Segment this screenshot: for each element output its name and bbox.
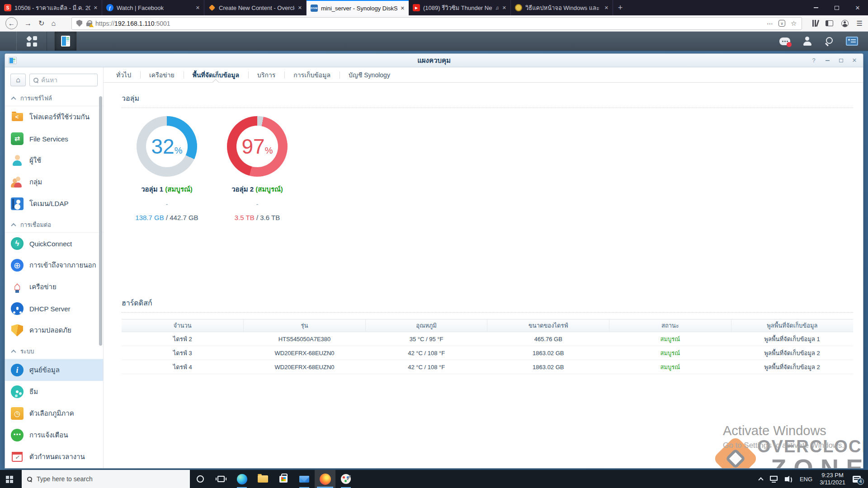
new-tab-button[interactable]: +: [613, 0, 627, 15]
sidebar-item-external-access[interactable]: การเข้าถึงจากภายนอก: [5, 254, 103, 276]
table-row[interactable]: ไดรฟ์ 2 HTS545050A7E380 35 °C / 95 °F 46…: [122, 332, 853, 346]
browser-tab-shopee[interactable]: S 1050ti - ราคาและดีล - มี.ค. 2021 ✕: [0, 0, 102, 15]
paint-button[interactable]: [335, 470, 356, 488]
sidebar-item-group[interactable]: กลุ่ม: [5, 171, 103, 193]
address-bar[interactable]: https://192.168.1.110:5001 ⋯ ∨ ☆: [71, 17, 802, 30]
file-explorer-button[interactable]: [252, 470, 273, 488]
minimize-button[interactable]: [822, 56, 832, 65]
sidebar-item-shared-folder[interactable]: โฟลเดอร์ที่ใช้ร่วมกัน: [5, 106, 103, 128]
sidebar-item-regional-options[interactable]: ตัวเลือกภูมิภาค: [5, 403, 103, 424]
home-button[interactable]: ⌂: [10, 74, 26, 86]
user-menu-icon[interactable]: [802, 37, 812, 46]
volume-used: 3.5 TB: [235, 214, 255, 221]
tab-close-icon[interactable]: ✕: [502, 5, 506, 11]
window-minimize-button[interactable]: [806, 0, 826, 15]
taskbar-search[interactable]: [22, 470, 190, 488]
sidebar-toggle-icon[interactable]: [826, 20, 833, 26]
main-menu-button[interactable]: [16, 32, 47, 51]
sidebar-search[interactable]: [29, 74, 98, 86]
taskbar-clock[interactable]: 9:23 PM 3/11/2021: [820, 472, 845, 487]
start-button[interactable]: [0, 470, 22, 488]
sidebar-item-user[interactable]: ผู้ใช้: [5, 150, 103, 171]
tab-general[interactable]: ทั่วไป: [107, 67, 140, 82]
tab-audio-icon[interactable]: ♫: [495, 5, 499, 10]
sidebar-scrollbar[interactable]: [99, 96, 102, 346]
cortana-button[interactable]: [190, 470, 211, 488]
window-maximize-button[interactable]: [826, 0, 847, 15]
tracking-shield-icon[interactable]: [76, 20, 82, 27]
browser-tab-synology-active[interactable]: DSM mini_server - Synology DiskStat ✕: [307, 0, 409, 15]
tab-synology-account[interactable]: บัญชี Synology: [340, 67, 399, 82]
sidebar-item-security[interactable]: ความปลอดภัย: [5, 319, 103, 341]
section-header-connectivity[interactable]: การเชื่อมต่อ: [5, 217, 103, 233]
notifications-chat-icon[interactable]: [779, 38, 790, 45]
tab-close-icon[interactable]: ✕: [401, 5, 405, 11]
close-button[interactable]: ✕: [849, 56, 859, 65]
tab-close-icon[interactable]: ✕: [196, 5, 200, 11]
volume-2-card[interactable]: 97% วอลุ่ม 2 (สมบูรณ์) - 3.5 TB / 3.6 TB: [212, 116, 302, 221]
forward-icon[interactable]: →: [24, 20, 32, 27]
tab-close-icon[interactable]: ✕: [298, 5, 302, 11]
maximize-button[interactable]: [836, 56, 846, 65]
search-icon[interactable]: [825, 37, 834, 46]
sidebar-item-info-center[interactable]: ศูนย์ข้อมูล: [5, 359, 103, 381]
browser-tab-youtube[interactable]: ▶ (1089) รีวิวซิม Thunder Net ดี ♫ ✕: [409, 0, 511, 15]
tab-services[interactable]: บริการ: [248, 67, 284, 82]
tray-expand-icon[interactable]: [758, 477, 763, 482]
language-indicator[interactable]: ENG: [800, 476, 812, 483]
column-header[interactable]: พูลพื้นที่จัดเก็บข้อมูล: [731, 319, 853, 332]
sidebar-item-task-scheduler[interactable]: ตัวกำหนดเวลางาน: [5, 446, 103, 468]
pocket-icon[interactable]: ∨: [778, 20, 785, 27]
tab-network[interactable]: เครือข่าย: [140, 67, 184, 82]
section-header-file-sharing[interactable]: การแชร์ไฟล์: [5, 91, 103, 106]
firefox-button[interactable]: [315, 470, 335, 488]
home-icon[interactable]: ⌂: [51, 20, 56, 27]
search-input[interactable]: [41, 76, 94, 84]
mail-button[interactable]: [294, 470, 315, 488]
sidebar-item-notifications[interactable]: การแจ้งเตือน: [5, 424, 103, 446]
account-icon[interactable]: [841, 20, 849, 27]
sidebar-item-theme[interactable]: ธีม: [5, 381, 103, 403]
sidebar-item-quickconnect[interactable]: QuickConnect: [5, 233, 103, 254]
bookmark-star-icon[interactable]: ☆: [791, 19, 797, 28]
tab-storage[interactable]: พื้นที่จัดเก็บข้อมูล: [184, 67, 248, 82]
column-header[interactable]: รุ่น: [244, 319, 366, 332]
library-icon[interactable]: [812, 20, 814, 27]
sidebar-item-domain-ldap[interactable]: โดเมน/LDAP: [5, 193, 103, 215]
microsoft-store-button[interactable]: [273, 470, 294, 488]
sidebar-item-file-services[interactable]: File Services: [5, 128, 103, 150]
column-header[interactable]: สถานะ: [609, 319, 731, 332]
column-header[interactable]: อุณหภูมิ: [365, 319, 487, 332]
tab-close-icon[interactable]: ✕: [94, 5, 98, 11]
sidebar-item-dhcp-server[interactable]: DHCP Server: [5, 298, 103, 319]
task-view-button[interactable]: [211, 470, 231, 488]
help-button[interactable]: ?: [809, 56, 819, 65]
control-panel-taskbar-item[interactable]: [54, 32, 77, 51]
volume-1-card[interactable]: 32% วอลุ่ม 1 (สมบูรณ์) - 138.7 GB / 442.…: [122, 116, 212, 221]
volume-tray-icon[interactable]: [785, 477, 788, 481]
reload-icon[interactable]: ↻: [38, 20, 44, 27]
back-icon[interactable]: ←: [5, 17, 18, 29]
section-header-system[interactable]: ระบบ: [5, 344, 103, 359]
table-row[interactable]: ไดรฟ์ 4 WD20EFRX-68EUZN0 42 °C / 108 °F …: [122, 360, 853, 374]
browser-tab-overclockzone[interactable]: Create New Content - Overcloc ✕: [204, 0, 307, 15]
cell-model: HTS545050A7E380: [244, 332, 366, 346]
window-close-button[interactable]: ✕: [847, 0, 868, 15]
widgets-icon[interactable]: [846, 37, 858, 46]
tab-close-icon[interactable]: ✕: [604, 5, 609, 11]
table-row[interactable]: ไดรฟ์ 3 WD20EFRX-68EUZN0 42 °C / 108 °F …: [122, 346, 853, 360]
network-tray-icon[interactable]: [770, 476, 778, 481]
insecure-lock-icon[interactable]: [86, 23, 91, 26]
taskbar-search-input[interactable]: [37, 475, 184, 483]
menu-icon[interactable]: ☰: [857, 19, 863, 28]
window-titlebar[interactable]: แผงควบคุม ? ✕: [5, 54, 863, 67]
tab-data-collection[interactable]: การเก็บข้อมูล: [284, 67, 340, 82]
browser-tab-windows-capture[interactable]: วิธีแคปหน้าจอ Windows และ ma ✕: [511, 0, 613, 15]
sidebar-item-network[interactable]: เครือข่าย: [5, 276, 103, 298]
browser-tab-facebook[interactable]: f Watch | Facebook ✕: [102, 0, 204, 15]
action-center-icon[interactable]: 4: [853, 476, 861, 483]
page-actions-icon[interactable]: ⋯: [767, 20, 773, 27]
column-header[interactable]: ขนาดของไดรฟ์: [487, 319, 609, 332]
column-header[interactable]: จำนวน: [122, 319, 244, 332]
edge-button[interactable]: [231, 470, 252, 488]
